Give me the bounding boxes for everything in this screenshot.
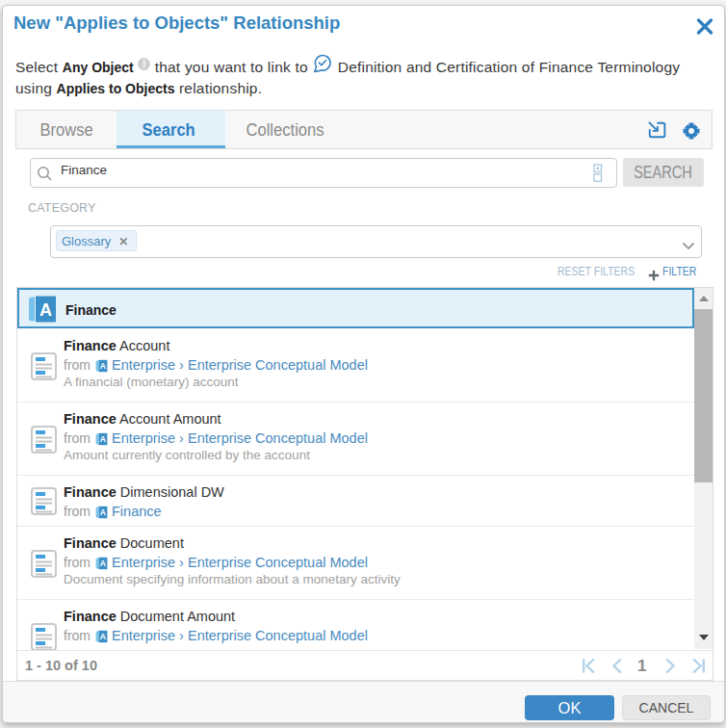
svg-text:A: A [100,507,106,517]
svg-text:A: A [100,559,106,568]
svg-text:A: A [100,361,106,371]
svg-text:A: A [100,632,106,641]
svg-text:A: A [39,300,52,320]
svg-text:A: A [100,434,106,444]
